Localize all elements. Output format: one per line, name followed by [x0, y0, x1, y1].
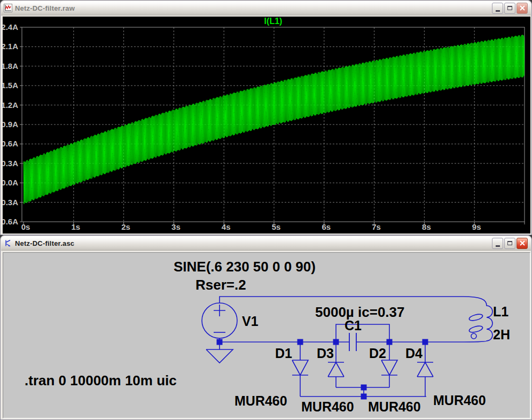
svg-text:4s: 4s — [222, 222, 231, 231]
l1-ref-label[interactable]: L1 — [493, 304, 508, 319]
schematic-window-titlebar[interactable]: Netz-DC-filter.asc — [1, 236, 531, 251]
d4-ref-label[interactable]: D4 — [405, 346, 423, 361]
component-v1-source[interactable] — [202, 303, 237, 338]
svg-text:7s: 7s — [372, 222, 381, 231]
svg-text:2.4A: 2.4A — [3, 22, 18, 32]
waveform-chart-icon — [4, 4, 12, 12]
svg-text:0.0A: 0.0A — [3, 178, 18, 187]
waveform-window: Netz-DC-filter.raw 2.4A2.1A1.8A1.5A1.2A0… — [0, 0, 532, 235]
d1-model-label[interactable]: MUR460 — [234, 393, 287, 408]
close-button[interactable] — [517, 238, 528, 249]
d1-ref-label[interactable]: D1 — [275, 346, 292, 361]
waveform-window-titlebar[interactable]: Netz-DC-filter.raw — [1, 1, 531, 15]
maximize-icon — [507, 6, 512, 10]
plus-icon — [214, 305, 225, 316]
schematic-window-title: Netz-DC-filter.asc — [15, 239, 489, 247]
v1-sine-params-label[interactable]: SINE(.6 230 50 0 0 90) — [174, 259, 316, 275]
maximize-icon — [507, 241, 512, 245]
component-c1-capacitor[interactable] — [349, 333, 356, 351]
svg-text:0s: 0s — [21, 222, 30, 231]
component-d1-diode[interactable] — [292, 342, 308, 396]
schematic-icon — [4, 239, 12, 247]
svg-text:1s: 1s — [71, 222, 80, 231]
svg-text:0.3A: 0.3A — [3, 159, 18, 168]
svg-text:2s: 2s — [121, 222, 130, 231]
svg-text:1.2A: 1.2A — [3, 100, 18, 110]
svg-text:9s: 9s — [472, 222, 481, 231]
svg-text:1.8A: 1.8A — [3, 61, 18, 71]
minimize-button[interactable] — [492, 3, 503, 14]
svg-text:0.6A: 0.6A — [3, 139, 18, 148]
schematic-canvas[interactable]: SINE(.6 230 50 0 0 90) Rser=.2 V1 5000µ … — [3, 252, 530, 418]
ground-symbol[interactable] — [206, 345, 233, 363]
svg-text:8s: 8s — [422, 222, 431, 231]
svg-text:-0.6A: -0.6A — [3, 217, 18, 226]
schematic-window: Netz-DC-filter.asc — [0, 235, 532, 420]
maximize-button[interactable] — [504, 3, 515, 14]
close-icon — [520, 240, 525, 246]
l1-value-label[interactable]: 2H — [493, 327, 510, 342]
plot-canvas[interactable]: 2.4A2.1A1.8A1.5A1.2A0.9A0.6A0.3A0.0A-0.3… — [3, 17, 530, 234]
d2-ref-label[interactable]: D2 — [369, 346, 386, 361]
tran-directive-label[interactable]: .tran 0 10000m 10m uic — [25, 372, 177, 388]
v1-ref-label[interactable]: V1 — [242, 314, 259, 329]
c1-ref-label[interactable]: C1 — [345, 318, 362, 333]
phase-dot-icon — [471, 333, 476, 339]
wire-top[interactable] — [220, 297, 463, 303]
plot-axis-labels: 2.4A2.1A1.8A1.5A1.2A0.9A0.6A0.3A0.0A-0.3… — [3, 22, 481, 231]
v1-rser-label[interactable]: Rser=.2 — [195, 277, 246, 293]
svg-text:5s: 5s — [272, 222, 281, 231]
wire-cap-bypass[interactable] — [336, 324, 389, 342]
d4-model-label[interactable]: MUR460 — [433, 393, 486, 408]
svg-text:3s: 3s — [171, 222, 181, 231]
svg-text:6s: 6s — [322, 222, 331, 231]
waveform-window-title: Netz-DC-filter.raw — [15, 4, 489, 12]
trace-name-label[interactable]: I(L1) — [264, 17, 283, 26]
d3-ref-label[interactable]: D3 — [317, 346, 334, 361]
d3-model-label[interactable]: MUR460 — [301, 399, 354, 414]
plot-ticks — [20, 27, 525, 224]
schematic-drawing[interactable]: SINE(.6 230 50 0 0 90) Rser=.2 V1 5000µ … — [3, 253, 530, 418]
close-icon — [520, 5, 525, 11]
d2-model-label[interactable]: MUR460 — [368, 399, 421, 414]
minimize-icon — [496, 10, 500, 12]
svg-text:2.1A: 2.1A — [3, 42, 18, 51]
close-button[interactable] — [517, 3, 528, 14]
svg-text:0.9A: 0.9A — [3, 120, 18, 129]
svg-text:1.5A: 1.5A — [3, 81, 18, 90]
svg-text:-0.3A: -0.3A — [3, 198, 18, 207]
waveform-plot[interactable]: 2.4A2.1A1.8A1.5A1.2A0.9A0.6A0.3A0.0A-0.3… — [3, 17, 530, 234]
minimize-button[interactable] — [492, 238, 503, 249]
component-l1-inductor[interactable] — [463, 297, 492, 342]
maximize-button[interactable] — [504, 238, 515, 249]
minimize-icon — [496, 245, 500, 247]
